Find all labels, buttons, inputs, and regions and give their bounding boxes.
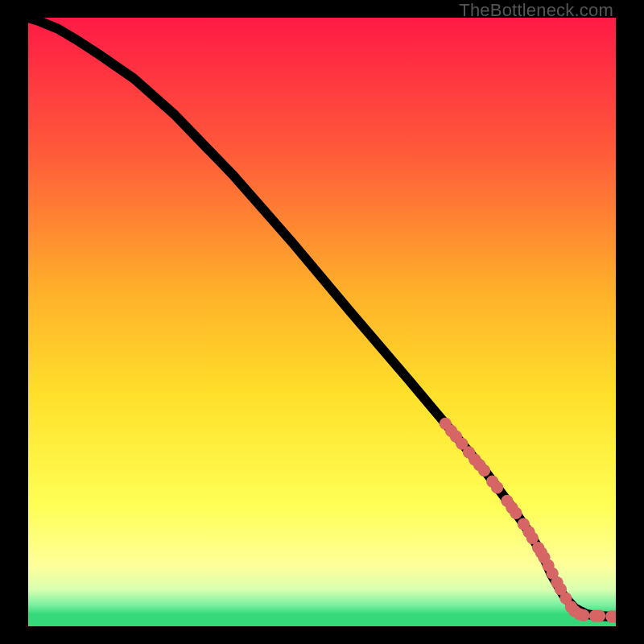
plot-area xyxy=(28,18,616,626)
data-marker xyxy=(577,609,589,621)
data-marker xyxy=(510,507,522,519)
data-marker xyxy=(478,464,490,477)
plot-svg xyxy=(28,18,616,626)
chart-stage: TheBottleneck.com xyxy=(0,0,644,644)
data-marker xyxy=(491,481,503,493)
data-marker xyxy=(593,610,605,622)
